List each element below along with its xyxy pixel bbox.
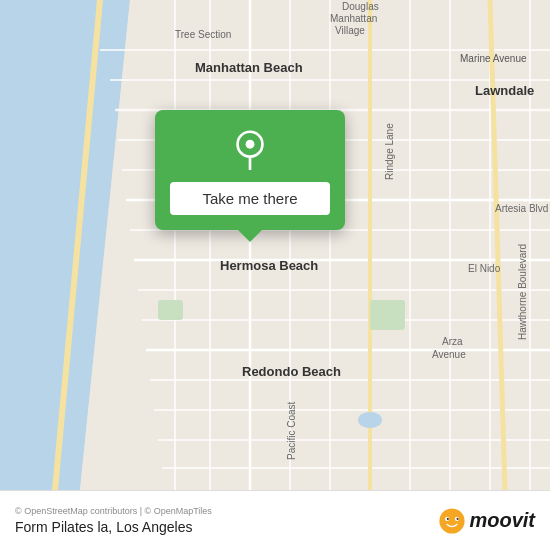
map-container: Manhattan Beach Marine Avenue Tree Secti… <box>0 0 550 490</box>
svg-text:Pacific Coast: Pacific Coast <box>286 401 297 460</box>
svg-point-31 <box>358 412 382 428</box>
svg-point-50 <box>440 508 465 533</box>
moovit-logo: moovit <box>438 507 535 535</box>
svg-text:Manhattan Beach: Manhattan Beach <box>195 60 303 75</box>
svg-text:Hawthorne Boulevard: Hawthorne Boulevard <box>517 244 528 340</box>
bottom-left: © OpenStreetMap contributors | © OpenMap… <box>15 506 212 535</box>
svg-text:Douglas: Douglas <box>342 1 379 12</box>
moovit-icon <box>438 507 466 535</box>
svg-text:Hermosa Beach: Hermosa Beach <box>220 258 318 273</box>
location-pin-icon <box>230 130 270 170</box>
bottom-bar: © OpenStreetMap contributors | © OpenMap… <box>0 490 550 550</box>
popup-card: Take me there <box>155 110 345 230</box>
svg-text:El Nido: El Nido <box>468 263 501 274</box>
svg-text:Rindge Lane: Rindge Lane <box>384 123 395 180</box>
svg-text:Lawndale: Lawndale <box>475 83 534 98</box>
svg-rect-30 <box>158 300 183 320</box>
svg-point-54 <box>457 517 459 519</box>
svg-point-49 <box>246 140 255 149</box>
take-me-there-button[interactable]: Take me there <box>170 182 330 215</box>
svg-point-53 <box>447 517 449 519</box>
popup-arrow <box>238 230 262 242</box>
place-name: Form Pilates la, Los Angeles <box>15 519 212 535</box>
svg-text:Artesia Blvd: Artesia Blvd <box>495 203 548 214</box>
map-svg: Manhattan Beach Marine Avenue Tree Secti… <box>0 0 550 490</box>
svg-text:Tree Section: Tree Section <box>175 29 231 40</box>
svg-rect-29 <box>370 300 405 330</box>
svg-marker-1 <box>80 0 550 490</box>
svg-text:Village: Village <box>335 25 365 36</box>
svg-text:Redondo Beach: Redondo Beach <box>242 364 341 379</box>
moovit-text: moovit <box>469 509 535 532</box>
svg-text:Avenue: Avenue <box>432 349 466 360</box>
svg-text:Manhattan: Manhattan <box>330 13 377 24</box>
map-attribution: © OpenStreetMap contributors | © OpenMap… <box>15 506 212 516</box>
svg-text:Marine Avenue: Marine Avenue <box>460 53 527 64</box>
svg-text:Arza: Arza <box>442 336 463 347</box>
